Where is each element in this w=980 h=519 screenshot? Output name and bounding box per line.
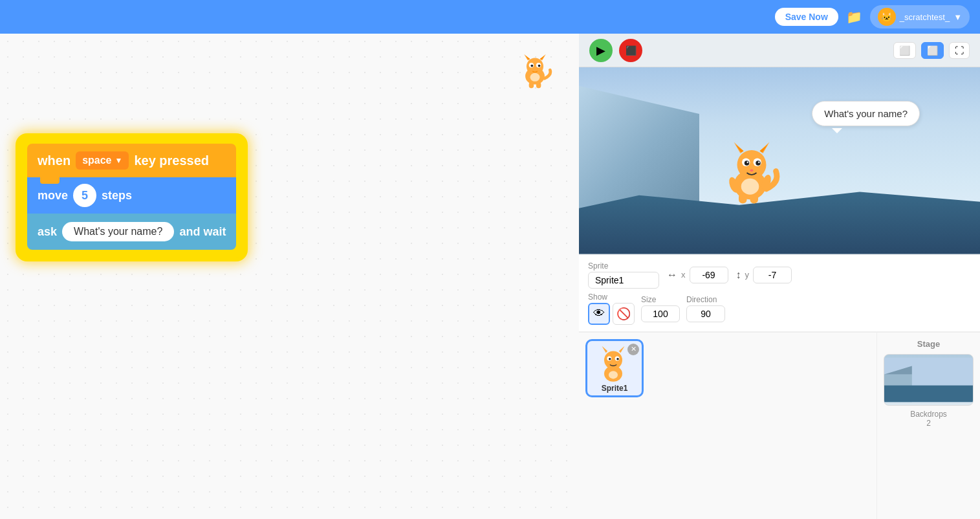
move-label: move	[38, 189, 68, 203]
code-area: when space ▼ key pressed move 5 steps	[0, 34, 579, 519]
sprite1-name-label: Sprite1	[587, 384, 642, 393]
y-coord-label: y	[745, 270, 750, 280]
stage-fullscreen-button[interactable]: ⛶	[949, 42, 970, 59]
direction-label: Direction	[686, 295, 725, 304]
ask-label: ask	[38, 225, 57, 239]
svg-point-21	[745, 161, 750, 166]
stage-cat-sprite	[719, 140, 771, 192]
backdrops-count: 2	[926, 419, 931, 428]
sprite-label: Sprite	[588, 261, 659, 271]
sprite-name-group: Sprite	[588, 261, 659, 289]
key-value-label: space	[82, 155, 111, 166]
blocks-container: when space ▼ key pressed move 5 steps	[19, 137, 244, 258]
direction-input[interactable]	[686, 305, 725, 322]
stage-backdrop-thumb[interactable]	[884, 354, 974, 406]
backdrops-label: Backdrops	[910, 410, 947, 419]
svg-point-8	[530, 65, 533, 67]
sprite-info-panel: Sprite ↔ x ↕ y Show 👁	[579, 254, 980, 332]
svg-rect-26	[739, 193, 747, 204]
svg-rect-27	[750, 193, 759, 204]
svg-marker-34	[619, 346, 625, 353]
stage-background: What's your name?	[579, 67, 980, 254]
svg-marker-33	[602, 346, 608, 353]
when-label: when	[38, 153, 71, 168]
show-hide-buttons: 👁 🚫	[588, 303, 635, 325]
svg-point-38	[616, 358, 619, 360]
y-coord-group: ↕ y	[736, 267, 792, 283]
right-panel: ▶ ⬛ ⬜ ⬜ ⛶ What's your name?	[579, 34, 980, 519]
show-label: Show	[588, 293, 635, 302]
stage-controls: ▶ ⬛ ⬜ ⬜ ⛶	[579, 34, 980, 67]
speech-text: What's your name?	[824, 108, 908, 119]
hide-button[interactable]: 🚫	[613, 303, 635, 325]
size-label: Size	[641, 295, 680, 304]
svg-point-25	[750, 170, 754, 172]
svg-point-30	[741, 179, 759, 195]
green-flag-button[interactable]: ▶	[589, 39, 613, 62]
stage-panel-title: Stage	[884, 339, 974, 349]
svg-rect-10	[529, 82, 534, 88]
save-now-button[interactable]: Save Now	[775, 8, 838, 26]
svg-point-37	[609, 358, 611, 360]
y-axis-icon: ↕	[736, 269, 741, 281]
svg-point-39	[609, 371, 618, 379]
svg-point-23	[747, 162, 749, 164]
sensing-block[interactable]: ask What's your name? and wait	[27, 214, 236, 250]
user-chevron-icon: ▼	[953, 12, 962, 22]
y-coord-input[interactable]	[753, 267, 792, 283]
backdrops-info: Backdrops 2	[884, 410, 974, 428]
svg-point-24	[758, 162, 760, 164]
stage-side-panel: Stage Backdrops 2	[877, 333, 980, 520]
svg-point-32	[604, 351, 622, 369]
show-group: Show 👁 🚫	[588, 293, 635, 325]
main-layout: when space ▼ key pressed move 5 steps	[0, 34, 980, 519]
block-stack: when space ▼ key pressed move 5 steps	[19, 137, 244, 258]
show-button[interactable]: 👁	[588, 303, 610, 325]
x-coord-input[interactable]	[690, 267, 728, 283]
stop-button[interactable]: ⬛	[619, 39, 642, 62]
stage-small-view-button[interactable]: ⬜	[893, 42, 916, 59]
playback-controls: ▶ ⬛	[589, 39, 642, 62]
x-coord-group: ↔ x	[667, 267, 728, 283]
sprite-name-input[interactable]	[588, 272, 659, 289]
x-axis-icon: ↔	[667, 269, 677, 281]
stage-view-buttons: ⬜ ⬜ ⛶	[893, 42, 970, 59]
bottom-area: ✕ Sprite1 Stage Backdrops	[579, 332, 980, 520]
svg-rect-11	[536, 82, 541, 88]
size-input[interactable]	[641, 305, 680, 322]
sprite1-delete-button[interactable]: ✕	[627, 344, 639, 355]
cat-sprite-preview	[517, 53, 553, 89]
size-group: Size	[641, 295, 680, 322]
sprite-list-panel: ✕ Sprite1	[579, 333, 877, 520]
speech-bubble: What's your name?	[812, 101, 920, 126]
username-label: _scratchtest_	[900, 12, 950, 22]
top-bar: Save Now 📁 🐱 _scratchtest_ ▼	[0, 0, 980, 34]
svg-point-22	[756, 161, 761, 166]
event-block[interactable]: when space ▼ key pressed	[27, 144, 236, 177]
svg-rect-42	[884, 385, 973, 402]
key-dropdown[interactable]: space ▼	[76, 151, 129, 170]
folder-icon[interactable]: 📁	[846, 9, 862, 25]
stage-canvas: What's your name?	[579, 67, 980, 254]
key-pressed-label: key pressed	[134, 153, 209, 168]
steps-label: steps	[102, 189, 132, 203]
svg-point-9	[538, 65, 541, 67]
x-coord-label: x	[681, 270, 686, 280]
sprite1-thumb[interactable]: ✕ Sprite1	[585, 339, 644, 397]
stage-medium-view-button[interactable]: ⬜	[921, 42, 944, 59]
direction-group: Direction	[686, 295, 725, 322]
avatar: 🐱	[878, 8, 896, 26]
sprite-row-2: Show 👁 🚫 Size Direction	[588, 293, 971, 325]
dropdown-arrow-icon: ▼	[115, 156, 123, 165]
and-wait-label: and wait	[179, 225, 226, 239]
svg-point-12	[530, 73, 540, 82]
ask-input[interactable]: What's your name?	[62, 222, 174, 241]
user-badge[interactable]: 🐱 _scratchtest_ ▼	[870, 5, 970, 28]
steps-input[interactable]: 5	[73, 184, 96, 207]
sprite-row-1: Sprite ↔ x ↕ y	[588, 261, 971, 289]
